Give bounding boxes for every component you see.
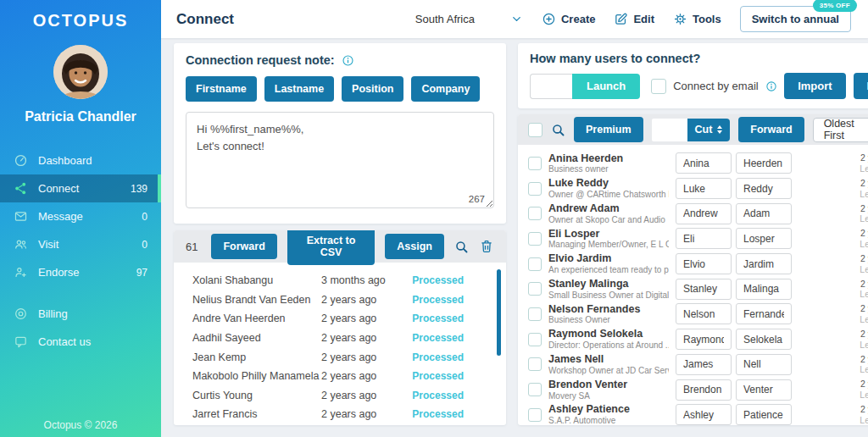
row-checkbox[interactable]	[528, 207, 542, 220]
row-checkbox[interactable]	[528, 333, 542, 346]
table-row[interactable]: Xolani Shabangu 3 months ago Processed	[174, 271, 506, 290]
sidebar-item-dashboard[interactable]: Dashboard	[0, 147, 161, 174]
row-checkbox[interactable]	[528, 307, 542, 321]
note-textarea[interactable]: Hi %%first_name%%, Let's connect!	[186, 112, 494, 208]
checkbox[interactable]	[651, 79, 666, 94]
firstname-input[interactable]	[676, 379, 732, 401]
sidebar-item-contact-us[interactable]: Contact us	[0, 328, 161, 356]
firstname-input[interactable]	[676, 228, 732, 249]
tools-button[interactable]: Tools	[673, 12, 721, 26]
search-icon[interactable]	[551, 123, 565, 137]
lastname-input[interactable]	[736, 203, 792, 224]
scrollbar[interactable]	[497, 269, 501, 356]
row-checkbox[interactable]	[528, 182, 542, 196]
row-checkbox[interactable]	[528, 408, 542, 422]
import-button[interactable]: Import	[784, 73, 845, 99]
users-list-card: Premium Cut Forward Oldest First	[518, 114, 868, 425]
create-button[interactable]: Create	[542, 12, 595, 26]
table-row[interactable]: Jarret Francis 2 years ago Processed	[174, 405, 506, 424]
sidebar-item-billing[interactable]: Billing	[0, 300, 161, 328]
lastname-variable-button[interactable]: Lastname	[264, 76, 334, 102]
row-checkbox[interactable]	[528, 357, 542, 371]
launch-button[interactable]: Launch	[572, 74, 640, 99]
table-row[interactable]: Jean Kemp 2 years ago Processed	[174, 347, 506, 367]
contact-name: Jarret Francis	[192, 408, 321, 420]
cut-count-input[interactable]	[652, 119, 687, 141]
row-checkbox[interactable]	[528, 383, 542, 396]
lastname-input[interactable]	[736, 329, 792, 350]
gear-icon	[673, 12, 687, 26]
table-row[interactable]: Makobolo Philly Manamela 2 years ago Pro…	[174, 367, 506, 386]
search-icon[interactable]	[454, 240, 469, 254]
lead-time: 2 years ago	[860, 152, 868, 163]
lastname-input[interactable]	[736, 354, 792, 375]
lastname-input[interactable]	[736, 253, 792, 274]
firstname-input[interactable]	[676, 203, 732, 224]
position-variable-button[interactable]: Position	[342, 76, 403, 102]
firstname-input[interactable]	[676, 253, 732, 274]
avatar[interactable]	[53, 45, 108, 99]
assign-button[interactable]: Assign	[385, 234, 444, 259]
contact-time: 2 years ago	[321, 351, 410, 363]
firstname-input[interactable]	[676, 404, 732, 425]
lastname-input[interactable]	[736, 228, 792, 249]
select-all-checkbox[interactable]	[528, 123, 542, 137]
forward-button[interactable]: Forward	[211, 234, 276, 259]
firstname-input[interactable]	[676, 178, 732, 199]
company-variable-button[interactable]: Company	[411, 76, 480, 102]
switch-to-annual-button[interactable]: Switch to annual 35% OFF	[740, 6, 851, 32]
trash-icon[interactable]	[479, 239, 494, 254]
dashboard-icon	[14, 153, 28, 168]
row-checkbox[interactable]	[528, 232, 542, 246]
lastname-input[interactable]	[736, 379, 792, 401]
user-name: Luke Reddy	[548, 177, 669, 190]
firstname-variable-button[interactable]: Firstname	[186, 76, 257, 102]
status-badge: Processed	[412, 332, 464, 344]
sidebar-item-endorse[interactable]: Endorse 97	[0, 258, 161, 286]
sidebar-nav: Dashboard Connect 139 Message 0 Visit 0 …	[0, 147, 161, 356]
lastname-input[interactable]	[736, 178, 792, 199]
sidebar-item-connect[interactable]: Connect 139	[0, 174, 161, 202]
lead-status: Lead added	[860, 390, 868, 401]
lastname-input[interactable]	[736, 303, 792, 324]
firstname-input[interactable]	[676, 303, 732, 324]
table-row[interactable]: Andre Van Heerden 2 years ago Processed	[174, 309, 506, 329]
lastname-input[interactable]	[736, 404, 792, 425]
row-checkbox[interactable]	[528, 157, 542, 170]
user-row: Anina Heerden Business owner 2 years ago…	[518, 151, 868, 176]
users-column: How many users to connect? Launch Connec…	[518, 43, 868, 425]
users-count-input[interactable]	[530, 74, 572, 99]
row-checkbox[interactable]	[528, 257, 542, 271]
sort-select[interactable]: Oldest First	[813, 118, 868, 142]
chat-icon	[14, 335, 28, 349]
table-row[interactable]: Curtis Young 2 years ago Processed	[174, 386, 506, 406]
edit-button[interactable]: Edit	[614, 12, 654, 26]
contact-time: 3 months ago	[321, 274, 410, 286]
connect-by-email-checkbox[interactable]: Connect by email	[651, 79, 776, 94]
stepper-arrows-icon[interactable]	[717, 125, 722, 134]
cut-button[interactable]: Cut	[687, 119, 731, 141]
user-name: Andrew Adam	[548, 202, 669, 215]
country-select[interactable]: South Africa	[415, 13, 523, 25]
sidebar-item-visit[interactable]: Visit 0	[0, 230, 161, 258]
sidebar-item-message[interactable]: Message 0	[0, 202, 161, 230]
firstname-input[interactable]	[676, 329, 732, 350]
user-name: Patricia Chandler	[25, 109, 136, 124]
row-checkbox[interactable]	[528, 282, 542, 296]
user-row: Stanley Malinga Small Business Owner at …	[518, 276, 868, 301]
table-row[interactable]: Aadhil Sayeed 2 years ago Processed	[174, 329, 506, 348]
lastname-input[interactable]	[736, 152, 792, 174]
firstname-input[interactable]	[676, 152, 732, 174]
lastname-input[interactable]	[736, 279, 792, 300]
premium-button[interactable]: Premium	[574, 117, 643, 142]
extract-to-csv-button[interactable]: Extract to CSV	[287, 230, 376, 265]
user-subtitle: Movery SA	[548, 391, 669, 401]
export-button[interactable]: Export	[854, 73, 868, 99]
info-icon[interactable]	[765, 80, 777, 92]
lead-time: 2 years ago	[860, 354, 868, 365]
info-icon[interactable]	[342, 54, 354, 67]
table-row[interactable]: Nelius Brandt Van Eeden 2 years ago Proc…	[174, 290, 506, 310]
firstname-input[interactable]	[676, 279, 732, 300]
forward-button[interactable]: Forward	[738, 117, 804, 142]
firstname-input[interactable]	[676, 354, 732, 375]
